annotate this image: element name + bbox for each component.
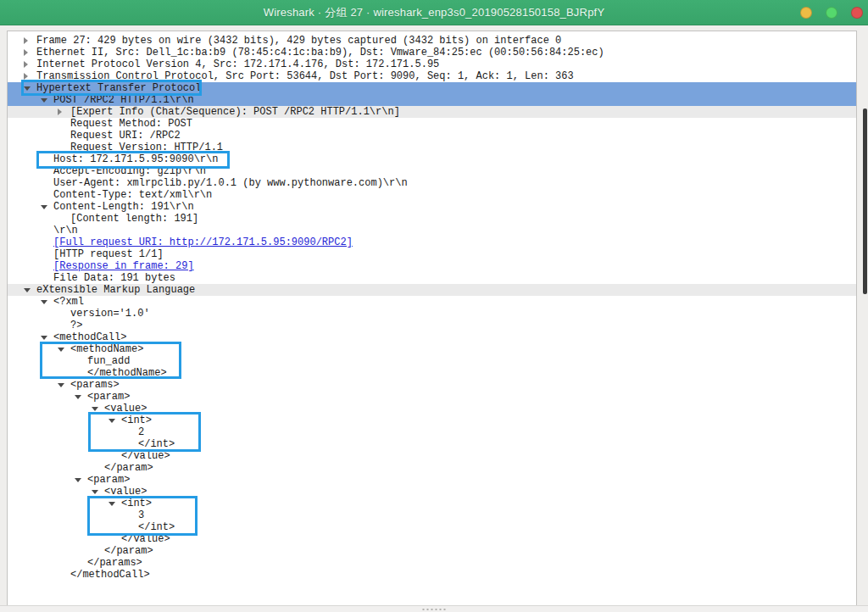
- collapse-arrow-icon[interactable]: [41, 336, 47, 340]
- collapse-arrow-icon[interactable]: [41, 300, 47, 304]
- tree-row[interactable]: <value>: [8, 403, 856, 414]
- tree-row[interactable]: User-Agent: xmlrpclib.py/1.0.1 (by www.p…: [8, 177, 856, 189]
- tree-row[interactable]: [Content length: 191]: [8, 213, 856, 225]
- tree-row[interactable]: </value>: [8, 450, 856, 462]
- tree-row[interactable]: <int>: [8, 414, 856, 426]
- tree-row[interactable]: </param>: [8, 545, 856, 557]
- tree-row-label: Hypertext Transfer Protocol: [36, 82, 201, 94]
- tree-row-label: version='1.0': [70, 308, 150, 320]
- tree-row[interactable]: </int>: [8, 521, 856, 533]
- tree-row[interactable]: Content-Length: 191\r\n: [8, 201, 856, 213]
- packet-detail-tree[interactable]: Frame 27: 429 bytes on wire (3432 bits),…: [7, 31, 857, 606]
- tree-row[interactable]: [Response in frame: 29]: [8, 260, 856, 272]
- tree-row-label: [HTTP request 1/1]: [53, 248, 164, 260]
- vertical-scrollbar-thumb[interactable]: [863, 108, 867, 294]
- scrollbar-grip-icon: [423, 609, 446, 610]
- collapse-arrow-icon[interactable]: [75, 478, 81, 482]
- tree-row-label: </param>: [104, 545, 153, 557]
- tree-row[interactable]: Content-Type: text/xml\r\n: [8, 189, 856, 201]
- tree-row-label: Request Method: POST: [70, 118, 192, 130]
- tree-row[interactable]: Hypertext Transfer Protocol: [8, 82, 856, 94]
- expand-arrow-icon[interactable]: [24, 49, 28, 56]
- tree-row[interactable]: </params>: [8, 557, 856, 569]
- tree-row[interactable]: [Full request URI: http://172.171.5.95:9…: [8, 236, 856, 248]
- tree-row-label: </value>: [121, 533, 170, 545]
- collapse-arrow-icon[interactable]: [24, 86, 31, 91]
- tree-row[interactable]: <methodName>: [8, 343, 856, 355]
- tree-row[interactable]: Frame 27: 429 bytes on wire (3432 bits),…: [8, 35, 856, 47]
- tree-row[interactable]: \r\n: [8, 225, 856, 236]
- tree-row[interactable]: </int>: [8, 438, 856, 450]
- tree-row[interactable]: Transmission Control Protocol, Src Port:…: [8, 70, 856, 82]
- expand-arrow-icon[interactable]: [24, 37, 28, 44]
- collapse-arrow-icon[interactable]: [92, 407, 98, 411]
- collapse-arrow-icon[interactable]: [108, 419, 115, 423]
- tree-row[interactable]: version='1.0': [8, 308, 856, 320]
- collapse-arrow-icon[interactable]: [75, 395, 81, 399]
- tree-row[interactable]: 3: [8, 509, 856, 521]
- tree-row-label: <int>: [121, 414, 152, 426]
- tree-row[interactable]: Accept-Encoding: gzip\r\n: [8, 165, 856, 177]
- tree-row[interactable]: <methodCall>: [8, 331, 856, 343]
- tree-row-label: </param>: [104, 462, 153, 474]
- tree-row-label: </params>: [87, 557, 142, 569]
- tree-row-label: Content-Length: 191\r\n: [53, 201, 194, 213]
- tree-row-label: Host: 172.171.5.95:9090\r\n: [53, 153, 218, 165]
- collapse-arrow-icon[interactable]: [41, 205, 47, 209]
- minimize-button[interactable]: [800, 7, 812, 19]
- tree-row-label: </value>: [121, 450, 170, 462]
- tree-row[interactable]: Request Method: POST: [8, 118, 856, 130]
- maximize-button[interactable]: [826, 7, 837, 19]
- tree-row[interactable]: <int>: [8, 498, 856, 509]
- tree-row[interactable]: POST /RPC2 HTTP/1.1\r\n: [8, 94, 856, 106]
- tree-row[interactable]: <param>: [8, 391, 856, 403]
- tree-row[interactable]: <?xml: [8, 296, 856, 308]
- window-title: Wireshark · 分组 27 · wireshark_enp3s0_201…: [264, 5, 605, 20]
- close-button[interactable]: [851, 7, 863, 19]
- tree-row-label: <methodName>: [70, 343, 143, 355]
- tree-row[interactable]: </methodName>: [8, 367, 856, 379]
- tree-row[interactable]: Host: 172.171.5.95:9090\r\n: [8, 153, 856, 165]
- tree-row-label: <value>: [104, 403, 147, 414]
- tree-row-label: Request URI: /RPC2: [70, 130, 181, 142]
- expand-arrow-icon[interactable]: [24, 61, 28, 68]
- expand-arrow-icon[interactable]: [24, 73, 28, 80]
- collapse-arrow-icon[interactable]: [58, 383, 64, 387]
- vertical-scrollbar[interactable]: [857, 26, 868, 606]
- collapse-arrow-icon[interactable]: [24, 288, 31, 292]
- tree-row-label: [Full request URI: http://172.171.5.95:9…: [53, 236, 353, 248]
- tree-row-label: File Data: 191 bytes: [53, 272, 175, 284]
- tree-row[interactable]: Ethernet II, Src: Dell_1c:ba:b9 (78:45:c…: [8, 47, 856, 58]
- tree-row[interactable]: <param>: [8, 474, 856, 486]
- tree-row-label: [Content length: 191]: [70, 213, 198, 225]
- collapse-arrow-icon[interactable]: [92, 490, 98, 494]
- tree-row-label: Internet Protocol Version 4, Src: 172.17…: [36, 58, 439, 70]
- expand-arrow-icon[interactable]: [58, 108, 62, 115]
- collapse-arrow-icon[interactable]: [108, 502, 115, 506]
- tree-row[interactable]: 2: [8, 426, 856, 438]
- tree-row[interactable]: ?>: [8, 320, 856, 331]
- tree-row-label: <int>: [121, 498, 152, 509]
- tree-row[interactable]: <value>: [8, 486, 856, 498]
- tree-row[interactable]: Internet Protocol Version 4, Src: 172.17…: [8, 58, 856, 70]
- tree-row[interactable]: [Expert Info (Chat/Sequence): POST /RPC2…: [8, 106, 856, 118]
- tree-row[interactable]: <params>: [8, 379, 856, 391]
- window-controls: [800, 0, 863, 25]
- tree-row[interactable]: </value>: [8, 533, 856, 545]
- horizontal-scrollbar[interactable]: [0, 605, 868, 612]
- tree-row-label: </int>: [138, 521, 175, 533]
- collapse-arrow-icon[interactable]: [58, 348, 64, 352]
- tree-row-label: </int>: [138, 438, 175, 450]
- tree-row[interactable]: eXtensible Markup Language: [8, 284, 856, 296]
- collapse-arrow-icon[interactable]: [41, 98, 47, 103]
- tree-row[interactable]: File Data: 191 bytes: [8, 272, 856, 284]
- tree-row[interactable]: [HTTP request 1/1]: [8, 248, 856, 260]
- tree-row[interactable]: Request Version: HTTP/1.1: [8, 142, 856, 153]
- tree-row-label: 2: [138, 426, 144, 438]
- tree-row[interactable]: Request URI: /RPC2: [8, 130, 856, 142]
- tree-row-label: POST /RPC2 HTTP/1.1\r\n: [53, 94, 194, 106]
- tree-row[interactable]: fun_add: [8, 355, 856, 367]
- tree-row[interactable]: </param>: [8, 462, 856, 474]
- tree-row[interactable]: </methodCall>: [8, 569, 856, 581]
- tree-row-label: Accept-Encoding: gzip\r\n: [53, 165, 206, 177]
